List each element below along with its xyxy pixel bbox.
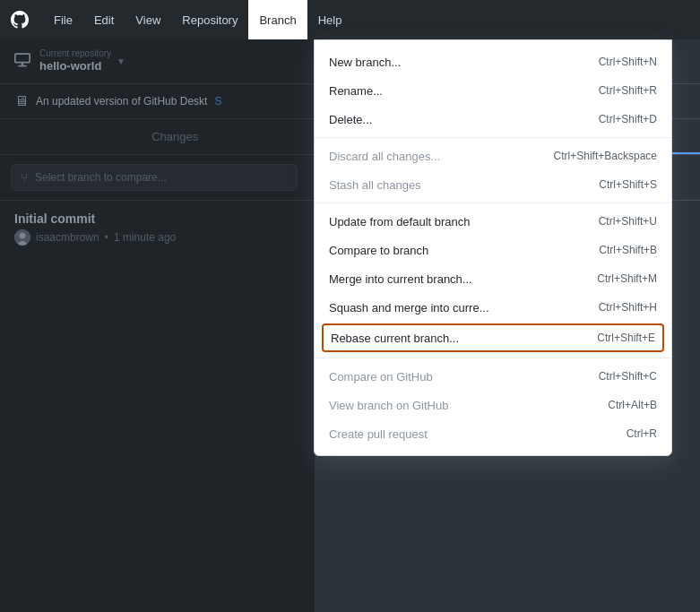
menu-item-update-default[interactable]: Update from default branch Ctrl+Shift+U — [315, 207, 671, 236]
github-logo-icon — [11, 11, 29, 29]
titlebar: File Edit View Repository Branch Help — [0, 0, 700, 39]
menu-item-discard-all-shortcut: Ctrl+Shift+Backspace — [554, 150, 657, 162]
branch-menu-group-4: Compare on GitHub Ctrl+Shift+C View bran… — [315, 358, 671, 452]
menu-item-compare-to-label: Compare to branch — [329, 244, 428, 257]
menu-item-view-github-shortcut: Ctrl+Alt+B — [608, 399, 657, 411]
menu-item-discard-all: Discard all changes... Ctrl+Shift+Backsp… — [315, 142, 671, 170]
menu-item-view-github-label: View branch on GitHub — [329, 399, 448, 412]
menu-item-create-pr-shortcut: Ctrl+R — [627, 427, 657, 440]
menu-help[interactable]: Help — [307, 0, 353, 39]
menu-item-discard-all-label: Discard all changes... — [329, 150, 440, 163]
branch-menu-group-1: New branch... Ctrl+Shift+N Rename... Ctr… — [315, 44, 671, 138]
menu-view[interactable]: View — [125, 0, 171, 39]
menu-item-compare-to[interactable]: Compare to branch Ctrl+Shift+B — [315, 236, 671, 264]
menu-item-new-branch-shortcut: Ctrl+Shift+N — [599, 56, 657, 68]
menu-item-rebase[interactable]: Rebase current branch... Ctrl+Shift+E — [322, 323, 664, 352]
menu-branch[interactable]: Branch — [248, 0, 307, 39]
menu-item-stash-all-label: Stash all changes — [329, 178, 421, 192]
branch-menu-group-2: Discard all changes... Ctrl+Shift+Backsp… — [315, 138, 671, 203]
menu-item-rebase-label: Rebase current branch... — [331, 332, 459, 345]
menu-item-merge-into[interactable]: Merge into current branch... Ctrl+Shift+… — [315, 264, 671, 293]
menu-item-merge-into-shortcut: Ctrl+Shift+M — [597, 272, 657, 285]
menu-item-delete-shortcut: Ctrl+Shift+D — [599, 113, 657, 125]
menu-item-rename-label: Rename... — [329, 84, 383, 98]
menu-item-squash-merge-label: Squash and merge into curre... — [329, 301, 489, 315]
menu-item-squash-merge[interactable]: Squash and merge into curre... Ctrl+Shif… — [315, 293, 671, 322]
background-overlay — [0, 39, 315, 612]
menu-item-new-branch-label: New branch... — [329, 56, 401, 69]
branch-menu-group-3: Update from default branch Ctrl+Shift+U … — [315, 203, 671, 358]
menu-item-merge-into-label: Merge into current branch... — [329, 272, 472, 286]
menu-item-compare-to-shortcut: Ctrl+Shift+B — [599, 244, 657, 256]
menu-item-update-default-label: Update from default branch — [329, 215, 471, 228]
menu-item-new-branch[interactable]: New branch... Ctrl+Shift+N — [315, 47, 671, 76]
menu-item-rename-shortcut: Ctrl+Shift+R — [599, 84, 657, 97]
menu-item-compare-github-label: Compare on GitHub — [329, 370, 433, 384]
menu-item-delete[interactable]: Delete... Ctrl+Shift+D — [315, 105, 671, 134]
menu-item-update-default-shortcut: Ctrl+Shift+U — [599, 215, 657, 228]
menu-bar: File Edit View Repository Branch Help — [43, 0, 352, 39]
menu-item-rename[interactable]: Rename... Ctrl+Shift+R — [315, 76, 671, 105]
menu-item-create-pr: Create pull request Ctrl+R — [315, 419, 671, 448]
menu-item-delete-label: Delete... — [329, 113, 372, 126]
menu-item-compare-github: Compare on GitHub Ctrl+Shift+C — [315, 362, 671, 391]
menu-file[interactable]: File — [43, 0, 83, 39]
menu-item-create-pr-label: Create pull request — [329, 427, 428, 441]
branch-menu: New branch... Ctrl+Shift+N Rename... Ctr… — [314, 39, 672, 456]
menu-edit[interactable]: Edit — [83, 0, 125, 39]
menu-item-rebase-shortcut: Ctrl+Shift+E — [597, 332, 655, 344]
menu-repository[interactable]: Repository — [171, 0, 248, 39]
menu-item-squash-merge-shortcut: Ctrl+Shift+H — [599, 301, 657, 314]
menu-item-stash-all: Stash all changes Ctrl+Shift+S — [315, 170, 671, 199]
menu-item-compare-github-shortcut: Ctrl+Shift+C — [599, 370, 657, 383]
menu-item-stash-all-shortcut: Ctrl+Shift+S — [599, 178, 657, 191]
menu-item-view-github: View branch on GitHub Ctrl+Alt+B — [315, 391, 671, 419]
